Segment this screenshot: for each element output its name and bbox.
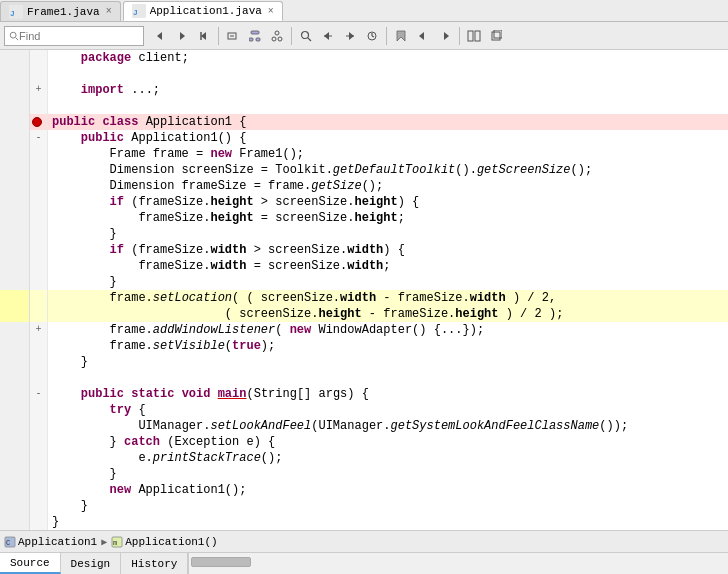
line-code-18: frame.addWindowListener( new WindowAdapt… [48, 322, 484, 338]
svg-marker-27 [397, 31, 405, 41]
tab-frame1-close[interactable]: × [106, 6, 112, 17]
line-code-7: Frame frame = new Frame1(); [48, 146, 304, 162]
svg-text:m: m [113, 539, 117, 547]
bookmark-button[interactable] [391, 26, 411, 46]
svg-rect-13 [249, 38, 253, 41]
search-input[interactable] [19, 30, 139, 42]
svg-point-4 [10, 32, 16, 38]
line-num-10 [0, 194, 30, 210]
line-num-13 [0, 242, 30, 258]
source-tab[interactable]: Source [0, 553, 61, 574]
line-gutter-9 [30, 178, 48, 194]
line-code-11: frameSize.height = screenSize.height; [48, 210, 405, 226]
next-match-button[interactable] [340, 26, 360, 46]
open-decl-button[interactable] [223, 26, 243, 46]
last-edit-button[interactable] [362, 26, 382, 46]
line-code-12: } [48, 226, 117, 242]
line-gutter-10 [30, 194, 48, 210]
sep2 [291, 27, 292, 45]
call-hierarchy-button[interactable] [267, 26, 287, 46]
fold-icon-3[interactable]: + [35, 82, 41, 98]
search-references-button[interactable] [296, 26, 316, 46]
breadcrumb-label-1: Application1 [18, 536, 97, 548]
line-code-3: import ...; [48, 82, 160, 98]
code-line-27: } [0, 466, 728, 482]
status-bar: Source Design History [0, 552, 728, 574]
sep4 [459, 27, 460, 45]
line-gutter-4 [30, 98, 48, 114]
tab-application1[interactable]: J Application1.java × [123, 1, 283, 21]
sep1 [218, 27, 219, 45]
line-code-14: frameSize.width = screenSize.width; [48, 258, 391, 274]
prev-bookmark-button[interactable] [413, 26, 433, 46]
history-tab[interactable]: History [121, 553, 188, 574]
tab-bar: J Frame1.java × J Application1.java × [0, 0, 728, 22]
code-line-30: } [0, 514, 728, 530]
history-button[interactable] [194, 26, 214, 46]
line-gutter-2 [30, 66, 48, 82]
fold-icon-6[interactable]: - [35, 130, 41, 146]
svg-text:J: J [10, 9, 15, 18]
line-code-6: public Application1() { [48, 130, 246, 146]
line-num-12 [0, 226, 30, 242]
horizontal-scrollbar[interactable] [188, 553, 728, 574]
line-code-15: } [48, 274, 117, 290]
line-gutter-20 [30, 354, 48, 370]
code-line-6: - public Application1() { [0, 130, 728, 146]
svg-point-17 [278, 37, 282, 41]
line-num-25 [0, 434, 30, 450]
code-editor[interactable]: package client; + import ...; [0, 50, 728, 530]
line-code-5: public class Application1 { [48, 114, 246, 130]
line-code-4 [48, 98, 59, 114]
line-num-29 [0, 498, 30, 514]
code-line-26: e.printStackTrace(); [0, 450, 728, 466]
code-line-28: new Application1(); [0, 482, 728, 498]
scrollbar-thumb[interactable] [191, 557, 251, 567]
breadcrumb-separator: ▶ [101, 536, 107, 548]
code-view[interactable]: package client; + import ...; [0, 50, 728, 530]
fold-icon-22[interactable]: - [35, 386, 41, 402]
fold-icon-18[interactable]: + [35, 322, 41, 338]
line-code-29: } [48, 498, 88, 514]
line-gutter-22: - [30, 386, 48, 402]
line-gutter-14 [30, 258, 48, 274]
code-line-23: try { [0, 402, 728, 418]
prev-match-button[interactable] [318, 26, 338, 46]
forward-button[interactable] [172, 26, 192, 46]
line-num-11 [0, 210, 30, 226]
design-tab[interactable]: Design [61, 553, 122, 574]
code-line-24: UIManager.setLookAndFeel(UIManager.getSy… [0, 418, 728, 434]
code-line-11: frameSize.height = screenSize.height; [0, 210, 728, 226]
breadcrumb-label-2: Application1() [125, 536, 217, 548]
line-gutter-11 [30, 210, 48, 226]
code-line-14: frameSize.width = screenSize.width; [0, 258, 728, 274]
breadcrumb-item-1[interactable]: C Application1 [4, 536, 97, 548]
svg-rect-33 [494, 30, 502, 38]
line-num-18 [0, 322, 30, 338]
type-hierarchy-button[interactable] [245, 26, 265, 46]
code-line-18: + frame.addWindowListener( new WindowAda… [0, 322, 728, 338]
line-num-3 [0, 82, 30, 98]
line-gutter-25 [30, 434, 48, 450]
search-box[interactable] [4, 26, 144, 46]
line-gutter-30 [30, 514, 48, 530]
svg-text:C: C [6, 539, 10, 547]
svg-line-5 [16, 37, 19, 40]
line-code-19: frame.setVisible(true); [48, 338, 275, 354]
line-gutter-23 [30, 402, 48, 418]
back-button[interactable] [150, 26, 170, 46]
line-code-2 [48, 66, 59, 82]
line-gutter-27 [30, 466, 48, 482]
maximize-button[interactable] [486, 26, 506, 46]
line-code-13: if (frameSize.width > screenSize.width) … [48, 242, 405, 258]
toggle-orientation-button[interactable] [464, 26, 484, 46]
line-num-6 [0, 130, 30, 146]
tab-frame1[interactable]: J Frame1.java × [0, 1, 121, 21]
line-code-22: public static void main(String[] args) { [48, 386, 369, 402]
tab-application1-close[interactable]: × [268, 6, 274, 17]
next-bookmark-button[interactable] [435, 26, 455, 46]
source-tab-label: Source [10, 557, 50, 569]
breadcrumb-item-2[interactable]: m Application1() [111, 536, 217, 548]
line-num-5 [0, 114, 30, 130]
sep3 [386, 27, 387, 45]
